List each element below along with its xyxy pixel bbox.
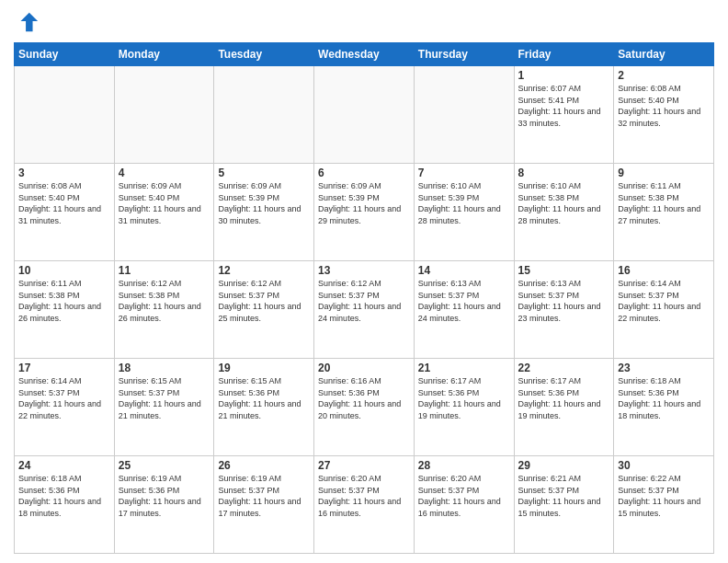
- day-number: 3: [18, 167, 110, 179]
- day-info: Sunrise: 6:13 AMSunset: 5:37 PMDaylight:…: [418, 278, 510, 324]
- day-number: 30: [618, 459, 710, 472]
- day-number: 4: [119, 167, 210, 179]
- calendar-cell: 13Sunrise: 6:12 AMSunset: 5:37 PMDayligh…: [314, 261, 415, 359]
- calendar-week-4: 17Sunrise: 6:14 AMSunset: 5:37 PMDayligh…: [15, 359, 714, 456]
- calendar-header-monday: Monday: [114, 43, 214, 66]
- day-info: Sunrise: 6:19 AMSunset: 5:37 PMDaylight:…: [218, 473, 310, 519]
- calendar-cell: 29Sunrise: 6:21 AMSunset: 5:37 PMDayligh…: [514, 456, 614, 554]
- calendar-cell: 30Sunrise: 6:22 AMSunset: 5:37 PMDayligh…: [614, 456, 714, 554]
- day-info: Sunrise: 6:11 AMSunset: 5:38 PMDaylight:…: [18, 278, 110, 324]
- day-info: Sunrise: 6:15 AMSunset: 5:37 PMDaylight:…: [119, 375, 210, 421]
- calendar-cell: 14Sunrise: 6:13 AMSunset: 5:37 PMDayligh…: [414, 261, 514, 359]
- day-info: Sunrise: 6:09 AMSunset: 5:39 PMDaylight:…: [318, 180, 410, 226]
- day-number: 27: [318, 459, 410, 472]
- day-info: Sunrise: 6:07 AMSunset: 5:41 PMDaylight:…: [518, 83, 610, 129]
- day-number: 7: [418, 167, 510, 179]
- day-info: Sunrise: 6:22 AMSunset: 5:37 PMDaylight:…: [618, 473, 710, 519]
- calendar-cell: 22Sunrise: 6:17 AMSunset: 5:36 PMDayligh…: [514, 359, 614, 456]
- calendar-week-1: 1Sunrise: 6:07 AMSunset: 5:41 PMDaylight…: [15, 66, 714, 164]
- calendar-cell: 2Sunrise: 6:08 AMSunset: 5:40 PMDaylight…: [614, 66, 714, 164]
- calendar-cell: [15, 66, 115, 164]
- calendar-header-row: SundayMondayTuesdayWednesdayThursdayFrid…: [15, 43, 714, 66]
- calendar-cell: 6Sunrise: 6:09 AMSunset: 5:39 PMDaylight…: [314, 164, 415, 261]
- logo: [14, 9, 43, 35]
- day-info: Sunrise: 6:19 AMSunset: 5:36 PMDaylight:…: [119, 473, 210, 519]
- day-number: 5: [218, 167, 310, 179]
- calendar-cell: 16Sunrise: 6:14 AMSunset: 5:37 PMDayligh…: [614, 261, 714, 359]
- calendar-header-saturday: Saturday: [614, 43, 714, 66]
- day-number: 24: [18, 459, 110, 472]
- day-number: 25: [119, 459, 210, 472]
- day-number: 29: [518, 459, 610, 472]
- calendar-cell: 24Sunrise: 6:18 AMSunset: 5:36 PMDayligh…: [15, 456, 115, 554]
- calendar-week-3: 10Sunrise: 6:11 AMSunset: 5:38 PMDayligh…: [15, 261, 714, 359]
- calendar-cell: 8Sunrise: 6:10 AMSunset: 5:38 PMDaylight…: [514, 164, 614, 261]
- calendar-cell: 28Sunrise: 6:20 AMSunset: 5:37 PMDayligh…: [414, 456, 514, 554]
- calendar-week-2: 3Sunrise: 6:08 AMSunset: 5:40 PMDaylight…: [15, 164, 714, 261]
- day-number: 11: [119, 264, 210, 277]
- day-number: 1: [518, 69, 610, 82]
- day-info: Sunrise: 6:15 AMSunset: 5:36 PMDaylight:…: [218, 375, 310, 421]
- day-number: 12: [218, 264, 310, 277]
- calendar-cell: 26Sunrise: 6:19 AMSunset: 5:37 PMDayligh…: [214, 456, 314, 554]
- calendar-cell: 3Sunrise: 6:08 AMSunset: 5:40 PMDaylight…: [15, 164, 115, 261]
- day-info: Sunrise: 6:16 AMSunset: 5:36 PMDaylight:…: [318, 375, 410, 421]
- calendar-header-friday: Friday: [514, 43, 614, 66]
- calendar-cell: 19Sunrise: 6:15 AMSunset: 5:36 PMDayligh…: [214, 359, 314, 456]
- day-info: Sunrise: 6:14 AMSunset: 5:37 PMDaylight:…: [18, 375, 110, 421]
- calendar-cell: 4Sunrise: 6:09 AMSunset: 5:40 PMDaylight…: [114, 164, 214, 261]
- day-number: 15: [518, 264, 610, 277]
- day-number: 22: [518, 362, 610, 374]
- day-info: Sunrise: 6:20 AMSunset: 5:37 PMDaylight:…: [418, 473, 510, 519]
- calendar-table: SundayMondayTuesdayWednesdayThursdayFrid…: [14, 42, 714, 554]
- day-number: 28: [418, 459, 510, 472]
- calendar-cell: [414, 66, 514, 164]
- day-number: 8: [518, 167, 610, 179]
- day-number: 19: [218, 362, 310, 374]
- day-info: Sunrise: 6:14 AMSunset: 5:37 PMDaylight:…: [618, 278, 710, 324]
- day-info: Sunrise: 6:17 AMSunset: 5:36 PMDaylight:…: [518, 375, 610, 421]
- calendar-cell: 7Sunrise: 6:10 AMSunset: 5:39 PMDaylight…: [414, 164, 514, 261]
- calendar-header-tuesday: Tuesday: [214, 43, 314, 66]
- calendar-cell: 21Sunrise: 6:17 AMSunset: 5:36 PMDayligh…: [414, 359, 514, 456]
- calendar-cell: 23Sunrise: 6:18 AMSunset: 5:36 PMDayligh…: [614, 359, 714, 456]
- day-number: 9: [618, 167, 710, 179]
- day-number: 10: [18, 264, 110, 277]
- calendar-cell: [214, 66, 314, 164]
- calendar-cell: 5Sunrise: 6:09 AMSunset: 5:39 PMDaylight…: [214, 164, 314, 261]
- logo-icon: [14, 9, 40, 35]
- day-number: 21: [418, 362, 510, 374]
- day-info: Sunrise: 6:11 AMSunset: 5:38 PMDaylight:…: [618, 180, 710, 226]
- day-info: Sunrise: 6:09 AMSunset: 5:40 PMDaylight:…: [119, 180, 210, 226]
- day-number: 17: [18, 362, 110, 374]
- calendar-cell: 10Sunrise: 6:11 AMSunset: 5:38 PMDayligh…: [15, 261, 115, 359]
- day-info: Sunrise: 6:08 AMSunset: 5:40 PMDaylight:…: [18, 180, 110, 226]
- day-number: 2: [618, 69, 710, 82]
- day-number: 23: [618, 362, 710, 374]
- day-number: 20: [318, 362, 410, 374]
- calendar-cell: 25Sunrise: 6:19 AMSunset: 5:36 PMDayligh…: [114, 456, 214, 554]
- calendar-cell: 20Sunrise: 6:16 AMSunset: 5:36 PMDayligh…: [314, 359, 415, 456]
- header: [14, 9, 714, 35]
- calendar-cell: 11Sunrise: 6:12 AMSunset: 5:38 PMDayligh…: [114, 261, 214, 359]
- calendar-cell: 1Sunrise: 6:07 AMSunset: 5:41 PMDaylight…: [514, 66, 614, 164]
- day-info: Sunrise: 6:18 AMSunset: 5:36 PMDaylight:…: [18, 473, 110, 519]
- day-info: Sunrise: 6:12 AMSunset: 5:37 PMDaylight:…: [318, 278, 410, 324]
- calendar-cell: [114, 66, 214, 164]
- day-number: 14: [418, 264, 510, 277]
- day-info: Sunrise: 6:20 AMSunset: 5:37 PMDaylight:…: [318, 473, 410, 519]
- day-info: Sunrise: 6:17 AMSunset: 5:36 PMDaylight:…: [418, 375, 510, 421]
- day-number: 13: [318, 264, 410, 277]
- day-number: 6: [318, 167, 410, 179]
- calendar-cell: 27Sunrise: 6:20 AMSunset: 5:37 PMDayligh…: [314, 456, 415, 554]
- calendar-header-sunday: Sunday: [15, 43, 115, 66]
- calendar-cell: 18Sunrise: 6:15 AMSunset: 5:37 PMDayligh…: [114, 359, 214, 456]
- calendar-week-5: 24Sunrise: 6:18 AMSunset: 5:36 PMDayligh…: [15, 456, 714, 554]
- day-info: Sunrise: 6:18 AMSunset: 5:36 PMDaylight:…: [618, 375, 710, 421]
- calendar-header-thursday: Thursday: [414, 43, 514, 66]
- calendar-header-wednesday: Wednesday: [314, 43, 415, 66]
- svg-marker-0: [20, 13, 38, 32]
- calendar-cell: 12Sunrise: 6:12 AMSunset: 5:37 PMDayligh…: [214, 261, 314, 359]
- day-info: Sunrise: 6:13 AMSunset: 5:37 PMDaylight:…: [518, 278, 610, 324]
- day-info: Sunrise: 6:08 AMSunset: 5:40 PMDaylight:…: [618, 83, 710, 129]
